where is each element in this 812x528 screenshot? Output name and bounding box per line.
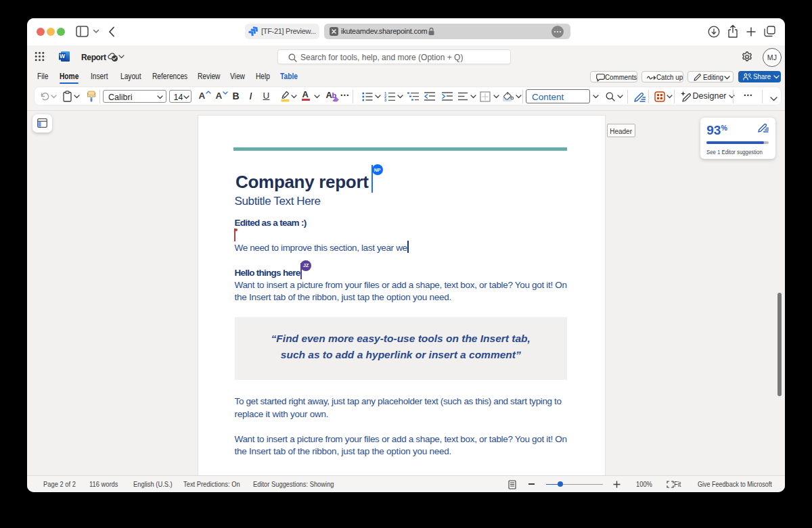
- svg-text:3: 3: [384, 98, 386, 101]
- svg-text:W: W: [60, 53, 66, 59]
